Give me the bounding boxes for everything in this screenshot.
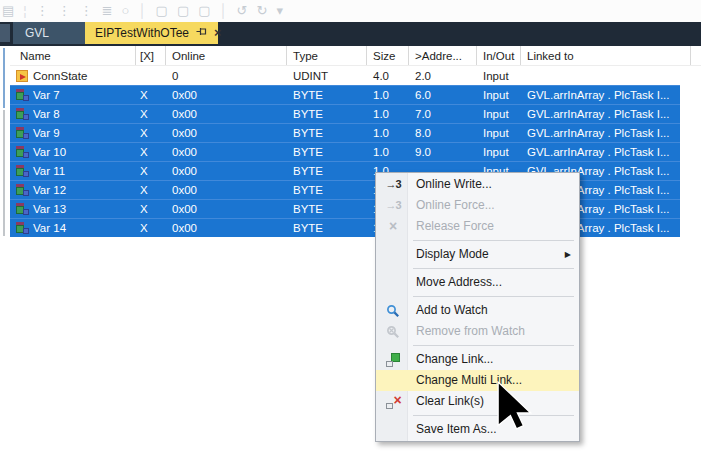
mouse-cursor-icon [497, 381, 533, 435]
left-gutter-line [3, 48, 5, 108]
column-header-type[interactable]: Type [287, 46, 367, 65]
frame-icon[interactable]: ▢ [177, 1, 189, 21]
toolbar: ▤ ¦ ⋮ ⋮ ⋮ ≣ ○ │ ▢ ▢ ▢ │ ↺ ↻ ▾ [0, 0, 701, 22]
close-icon[interactable]: × [214, 22, 222, 44]
cell-address: 9.0 [409, 143, 477, 161]
pin-icon[interactable] [196, 22, 207, 44]
linked-variable-icon [16, 222, 30, 235]
tab-eiptestwithotee[interactable]: EIPTestWithOTee × [85, 22, 218, 44]
online-force-icon: →3 [380, 195, 406, 216]
menu-item-online-write[interactable]: →3 Online Write... [376, 174, 579, 195]
column-header-size[interactable]: Size [367, 46, 409, 65]
cell-linkedto: GVL.arrInArray . PlcTask I... [521, 143, 680, 161]
document-icon[interactable]: ▤ [2, 1, 14, 21]
variable-grid: Name [X] Online Type Size >Addre... In/O… [10, 46, 701, 237]
submenu-arrow-icon: ▶ [565, 244, 571, 265]
menu-item-label: Save Item As... [416, 422, 497, 436]
tab-strip-fragment [0, 24, 10, 42]
cell-x: X [136, 105, 166, 123]
linked-variable-icon [16, 127, 30, 140]
menu-item-label: Clear Link(s) [416, 394, 484, 408]
add-to-watch-icon [380, 300, 406, 321]
table-row[interactable]: Var 8 X 0x00 BYTE 1.0 7.0 Input GVL.arrI… [10, 104, 680, 123]
menu-item-label: Online Write... [416, 177, 492, 191]
step-icon[interactable]: ⋮ [58, 1, 71, 21]
menu-item-label: Remove from Watch [416, 324, 525, 338]
menu-item-save-item-as[interactable]: Save Item As... [376, 419, 579, 440]
cell-type: BYTE [287, 181, 367, 199]
step-icon[interactable]: ⋮ [36, 1, 49, 21]
change-link-icon [380, 349, 406, 370]
redo-icon[interactable]: ↻ [257, 1, 268, 21]
linked-variable-icon [16, 89, 30, 102]
cell-name: Var 11 [33, 162, 65, 180]
menu-item-change-multi-link[interactable]: Change Multi Link... [376, 370, 579, 391]
cell-name: ConnState [33, 67, 87, 85]
menu-item-display-mode[interactable]: Display Mode ▶ [376, 244, 579, 265]
column-header-linkedto[interactable]: Linked to [521, 46, 691, 65]
connstate-variable-icon [16, 70, 28, 82]
menu-item-add-to-watch[interactable]: Add to Watch [376, 300, 579, 321]
cell-linkedto: GVL.arrInArray . PlcTask I... [521, 105, 680, 123]
release-force-icon: × [380, 216, 406, 237]
cell-type: BYTE [287, 219, 367, 237]
list-icon[interactable]: ≣ [102, 1, 113, 21]
table-row[interactable]: Var 7 X 0x00 BYTE 1.0 6.0 Input GVL.arrI… [10, 85, 680, 104]
cell-name: Var 12 [33, 181, 66, 199]
cell-address: 8.0 [409, 124, 477, 142]
menu-item-label: Display Mode [416, 247, 489, 261]
cell-x: X [136, 124, 166, 142]
menu-separator [376, 265, 579, 272]
menu-item-change-link[interactable]: Change Link... [376, 349, 579, 370]
menu-item-online-force: →3 Online Force... [376, 195, 579, 216]
toolbar-separator: │ [219, 1, 227, 21]
column-header-online[interactable]: Online [166, 46, 287, 65]
menu-item-label: Move Address... [416, 275, 502, 289]
frame-icon[interactable]: ▢ [156, 1, 168, 21]
cell-online: 0x00 [166, 143, 287, 161]
table-row[interactable]: ConnState 0 UDINT 4.0 2.0 Input [10, 66, 680, 85]
cell-name: Var 13 [33, 200, 66, 218]
column-header-x[interactable]: [X] [136, 46, 166, 65]
menu-item-label: Online Force... [416, 198, 495, 212]
cell-x: X [136, 143, 166, 161]
circle-icon[interactable]: ○ [122, 1, 130, 21]
column-header-address[interactable]: >Addre... [409, 46, 477, 65]
menu-item-label: Release Force [416, 219, 494, 233]
undo-icon[interactable]: ↺ [237, 1, 248, 21]
column-header-name[interactable]: Name [10, 46, 136, 65]
step-icon[interactable]: ⋮ [80, 1, 93, 21]
cell-linkedto [521, 66, 680, 85]
cell-name: Var 10 [33, 143, 66, 161]
cell-type: BYTE [287, 162, 367, 180]
toolbar-separator: ¦ [23, 1, 26, 21]
left-gutter-line [3, 110, 5, 236]
column-header-inout[interactable]: In/Out [477, 46, 521, 65]
cell-online: 0x00 [166, 219, 287, 237]
table-row[interactable]: Var 10 X 0x00 BYTE 1.0 9.0 Input GVL.arr… [10, 142, 680, 161]
table-row[interactable]: Var 9 X 0x00 BYTE 1.0 8.0 Input GVL.arrI… [10, 123, 680, 142]
frame-icon[interactable]: ▢ [198, 1, 210, 21]
cell-inout: Input [477, 66, 521, 85]
linked-variable-icon [16, 108, 30, 121]
linked-variable-icon [16, 203, 30, 216]
application-window: ▤ ¦ ⋮ ⋮ ⋮ ≣ ○ │ ▢ ▢ ▢ │ ↺ ↻ ▾ GVL EIPTes… [0, 0, 701, 452]
linked-variable-icon [16, 165, 30, 178]
menu-item-clear-links[interactable]: × Clear Link(s) [376, 391, 579, 412]
menu-item-label: Add to Watch [416, 303, 488, 317]
grid-header: Name [X] Online Type Size >Addre... In/O… [10, 46, 701, 66]
cell-online: 0 [166, 66, 287, 85]
cell-online: 0x00 [166, 200, 287, 218]
cell-name: Var 8 [33, 105, 60, 123]
tab-gvl[interactable]: GVL [13, 22, 85, 44]
cell-address: 7.0 [409, 105, 477, 123]
linked-variable-icon [16, 184, 30, 197]
menu-item-move-address[interactable]: Move Address... [376, 272, 579, 293]
cell-inout: Input [477, 105, 521, 123]
cell-name: Var 7 [33, 86, 60, 104]
menu-item-release-force: × Release Force [376, 216, 579, 237]
toolbar-overflow-icon[interactable]: ▾ [276, 1, 283, 21]
cell-online: 0x00 [166, 105, 287, 123]
cell-x: X [136, 86, 166, 104]
cell-address: 6.0 [409, 86, 477, 104]
